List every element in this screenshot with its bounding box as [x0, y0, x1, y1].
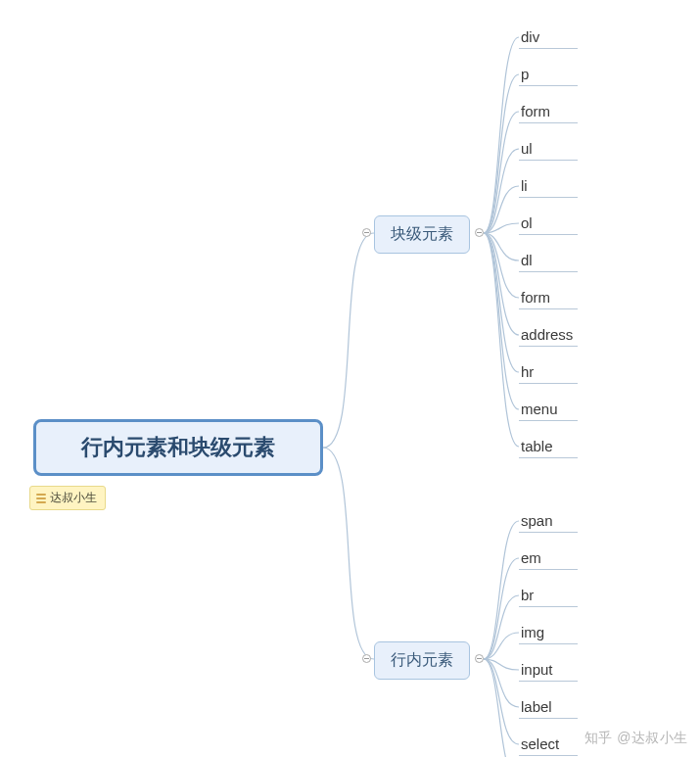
branch-node-block[interactable]: 块级元素: [374, 215, 470, 254]
leaf-node[interactable]: table: [519, 435, 578, 458]
leaf-node[interactable]: address: [519, 323, 578, 347]
leaf-node[interactable]: p: [519, 63, 578, 86]
branch-label: 块级元素: [391, 224, 453, 245]
branch-node-inline[interactable]: 行内元素: [374, 641, 470, 680]
leaf-node[interactable]: form: [519, 100, 578, 123]
leaf-node[interactable]: img: [519, 621, 578, 644]
watermark: 知乎 @达叔小生: [584, 730, 688, 747]
leaf-node[interactable]: li: [519, 174, 578, 198]
leaf-node[interactable]: dl: [519, 249, 578, 272]
leaf-node[interactable]: em: [519, 546, 578, 570]
author-icon: [36, 494, 46, 503]
leaf-node[interactable]: ul: [519, 137, 578, 161]
leaf-node[interactable]: form: [519, 286, 578, 309]
connector-lines: [0, 0, 700, 757]
expand-toggle[interactable]: [362, 654, 371, 663]
leaf-node[interactable]: br: [519, 584, 578, 607]
leaf-node[interactable]: ol: [519, 212, 578, 235]
expand-toggle[interactable]: [475, 654, 484, 663]
root-title: 行内元素和块级元素: [81, 433, 275, 462]
leaf-node[interactable]: span: [519, 509, 578, 533]
leaf-node[interactable]: select: [519, 733, 578, 756]
expand-toggle[interactable]: [362, 228, 371, 237]
expand-toggle[interactable]: [475, 228, 484, 237]
leaf-node[interactable]: menu: [519, 398, 578, 421]
branch-label: 行内元素: [391, 650, 453, 671]
leaf-node[interactable]: label: [519, 695, 578, 719]
leaf-node[interactable]: input: [519, 658, 578, 682]
leaf-node[interactable]: hr: [519, 360, 578, 384]
root-node[interactable]: 行内元素和块级元素: [33, 419, 323, 476]
leaf-node[interactable]: div: [519, 25, 578, 49]
author-label: 达叔小生: [50, 490, 97, 506]
author-tag[interactable]: 达叔小生: [29, 486, 106, 510]
